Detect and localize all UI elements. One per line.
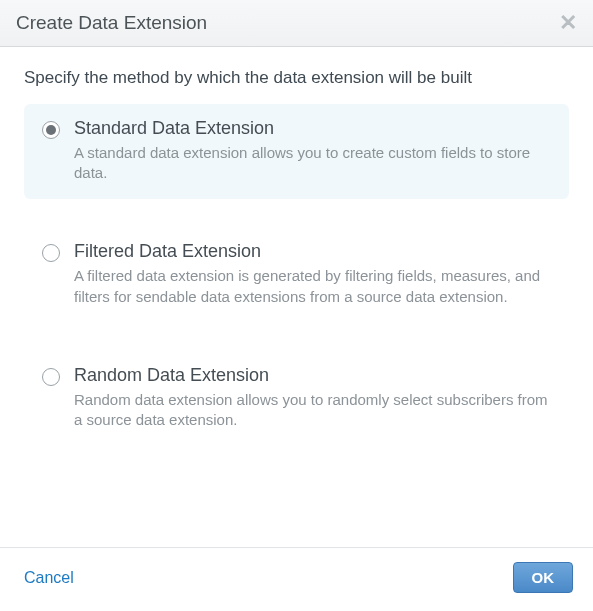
dialog-header: Create Data Extension ✕ bbox=[0, 0, 593, 47]
option-body: Filtered Data Extension A filtered data … bbox=[74, 241, 551, 307]
radio-filtered[interactable] bbox=[42, 244, 60, 262]
option-desc: Random data extension allows you to rand… bbox=[74, 390, 551, 431]
option-title: Standard Data Extension bbox=[74, 118, 551, 139]
radio-standard[interactable] bbox=[42, 121, 60, 139]
cancel-button[interactable]: Cancel bbox=[24, 569, 74, 587]
option-filtered[interactable]: Filtered Data Extension A filtered data … bbox=[24, 227, 569, 323]
dialog-content: Specify the method by which the data ext… bbox=[0, 47, 593, 547]
ok-button[interactable]: OK bbox=[513, 562, 574, 593]
prompt-text: Specify the method by which the data ext… bbox=[24, 67, 569, 90]
option-title: Filtered Data Extension bbox=[74, 241, 551, 262]
option-body: Standard Data Extension A standard data … bbox=[74, 118, 551, 184]
option-random[interactable]: Random Data Extension Random data extens… bbox=[24, 351, 569, 447]
close-icon[interactable]: ✕ bbox=[559, 12, 577, 34]
option-desc: A filtered data extension is generated b… bbox=[74, 266, 551, 307]
option-standard[interactable]: Standard Data Extension A standard data … bbox=[24, 104, 569, 200]
dialog-title: Create Data Extension bbox=[16, 12, 207, 34]
option-title: Random Data Extension bbox=[74, 365, 551, 386]
option-desc: A standard data extension allows you to … bbox=[74, 143, 551, 184]
option-body: Random Data Extension Random data extens… bbox=[74, 365, 551, 431]
radio-random[interactable] bbox=[42, 368, 60, 386]
dialog-footer: Cancel OK bbox=[0, 547, 593, 611]
